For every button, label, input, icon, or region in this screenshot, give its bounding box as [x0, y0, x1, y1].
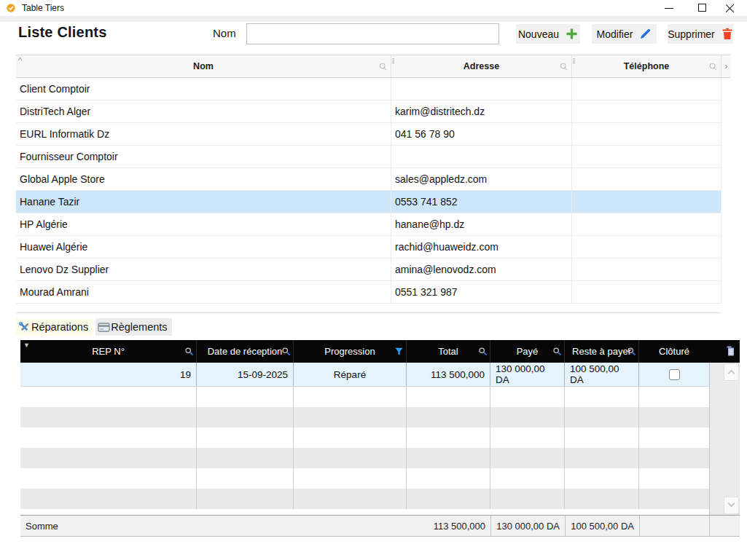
summary-total: 113 500,000	[434, 521, 485, 532]
repair-row[interactable]: 19 15-09-2025 Réparé 113 500,000 130 000…	[20, 363, 709, 387]
cell-telephone	[572, 191, 721, 213]
pencil-icon	[639, 28, 652, 40]
column-header-label: REP N°	[92, 346, 125, 357]
repairs-table-header: ▼ REP N° Date de réception Progression T…	[20, 340, 740, 363]
cell-telephone	[572, 168, 721, 190]
column-chooser-icon[interactable]	[727, 346, 735, 356]
edit-button[interactable]: Modifier	[592, 24, 657, 44]
column-header-label: Progression	[324, 346, 375, 357]
column-divider	[490, 387, 490, 509]
search-icon[interactable]	[708, 62, 718, 71]
summary-label: Somme	[26, 521, 58, 532]
cell-nom: Global Apple Store	[16, 168, 391, 190]
table-row[interactable]: EURL Informatik Dz 041 56 78 90	[16, 123, 721, 146]
cell-nom: HP Algérie	[16, 213, 391, 235]
scroll-up-button[interactable]	[724, 363, 739, 381]
column-header-adresse[interactable]: ⁞ Adresse	[391, 55, 572, 77]
search-input[interactable]	[246, 23, 499, 44]
search-icon[interactable]	[627, 347, 636, 356]
cell-telephone	[572, 281, 721, 303]
column-header-cloture[interactable]: Clôturé	[639, 340, 709, 363]
column-header-label: Adresse	[464, 61, 499, 71]
cell-nom: Fournisseur Comptoir	[16, 146, 391, 167]
empty-row	[16, 304, 721, 313]
minimize-button[interactable]	[658, 0, 680, 16]
vertical-scrollbar[interactable]	[709, 363, 740, 515]
column-header-reste[interactable]: Reste à payer	[565, 340, 639, 363]
table-row[interactable]: Client Comptoir	[16, 78, 721, 100]
clients-table: ^ Nom ⁞ Adresse ⁞ Téléphone › Client Com…	[16, 55, 731, 313]
cell-adresse: rachid@huaweidz.com	[391, 236, 572, 258]
cell-adresse: 041 56 78 90	[391, 123, 572, 145]
column-header-progression[interactable]: Progression	[294, 340, 407, 363]
new-button[interactable]: Nouveau	[516, 24, 580, 44]
tab-label: Règlements	[111, 321, 167, 333]
column-resize-handle[interactable]: ⁞	[392, 58, 394, 65]
close-button[interactable]	[719, 0, 741, 16]
cell-nom: Huawei Algérie	[16, 236, 391, 258]
search-icon[interactable]	[478, 347, 488, 356]
column-header-rep[interactable]: REP N°	[20, 340, 197, 363]
column-header-date[interactable]: Date de réception	[197, 340, 294, 363]
delete-button-label: Supprimer	[668, 28, 715, 40]
scroll-down-button[interactable]	[724, 497, 739, 514]
titlebar-divider	[0, 16, 747, 22]
cell-rep: 19	[20, 363, 197, 386]
scroll-right-button[interactable]: ›	[721, 55, 731, 77]
empty-rows-area	[20, 387, 709, 509]
cell-cloture	[639, 363, 709, 386]
column-header-label: Date de réception	[208, 346, 283, 357]
search-icon[interactable]	[378, 62, 388, 71]
cell-telephone	[572, 236, 721, 258]
column-header-label: Clôturé	[659, 346, 689, 357]
clients-table-header: ^ Nom ⁞ Adresse ⁞ Téléphone ›	[16, 55, 731, 78]
search-icon[interactable]	[281, 347, 291, 356]
column-header-label: Reste à payer	[572, 346, 631, 357]
search-icon[interactable]	[559, 62, 568, 71]
chevron-up-icon	[728, 370, 735, 377]
summary-reste: 100 500,00 DA	[565, 516, 639, 536]
tab-reglements[interactable]: Règlements	[95, 318, 171, 336]
close-icon	[726, 4, 735, 12]
column-header-paye[interactable]: Payé	[490, 340, 565, 363]
filter-icon[interactable]	[394, 347, 404, 356]
cell-telephone	[572, 78, 721, 100]
column-divider	[293, 387, 294, 509]
page-title: Liste Clients	[18, 24, 107, 41]
column-header-nom[interactable]: Nom	[16, 55, 391, 77]
summary-scroll-empty	[709, 516, 740, 536]
cell-progression: Réparé	[294, 363, 407, 386]
cell-telephone	[572, 123, 721, 145]
cloture-checkbox[interactable]	[669, 369, 680, 380]
cell-adresse: amina@lenovodz.com	[391, 259, 572, 280]
search-label: Nom	[213, 27, 236, 39]
detail-tabs: Réparations Règlements	[16, 318, 172, 336]
cell-telephone	[572, 213, 721, 235]
search-icon[interactable]	[552, 347, 562, 356]
grid-gap	[20, 509, 709, 515]
column-resize-handle[interactable]: ⁞	[573, 58, 574, 65]
cell-nom: DistriTech Alger	[16, 100, 391, 122]
column-header-telephone[interactable]: ⁞ Téléphone	[572, 55, 721, 77]
table-row[interactable]: Fournisseur Comptoir	[16, 146, 721, 168]
table-row[interactable]: HP Algérie hanane@hp.dz	[16, 213, 721, 236]
chevron-down-icon	[728, 500, 735, 508]
tab-reparations[interactable]: Réparations	[16, 318, 93, 336]
search-icon[interactable]	[184, 347, 194, 356]
table-row[interactable]: Mourad Amrani 0551 321 987	[16, 281, 721, 304]
cell-reste: 100 500,00 DA	[565, 363, 639, 386]
table-row[interactable]: DistriTech Alger karim@distritech.dz	[16, 100, 721, 123]
tab-label: Réparations	[31, 321, 88, 333]
cell-nom: Client Comptoir	[16, 78, 391, 100]
summary-row: Somme 113 500,000 130 000,00 DA 100 500,…	[20, 515, 740, 537]
table-row[interactable]: Huawei Algérie rachid@huaweidz.com	[16, 236, 721, 259]
column-header-label: Total	[438, 346, 458, 357]
column-header-total[interactable]: Total	[407, 340, 490, 363]
delete-button[interactable]: Supprimer	[668, 24, 733, 44]
table-row-selected[interactable]: Hanane Tazir 0553 741 852	[16, 191, 721, 213]
column-divider	[406, 387, 407, 509]
table-row[interactable]: Lenovo Dz Supplier amina@lenovodz.com	[16, 259, 721, 281]
cell-date: 15-09-2025	[197, 363, 294, 386]
table-row[interactable]: Global Apple Store sales@appledz.com	[16, 168, 721, 191]
maximize-button[interactable]	[692, 0, 713, 16]
